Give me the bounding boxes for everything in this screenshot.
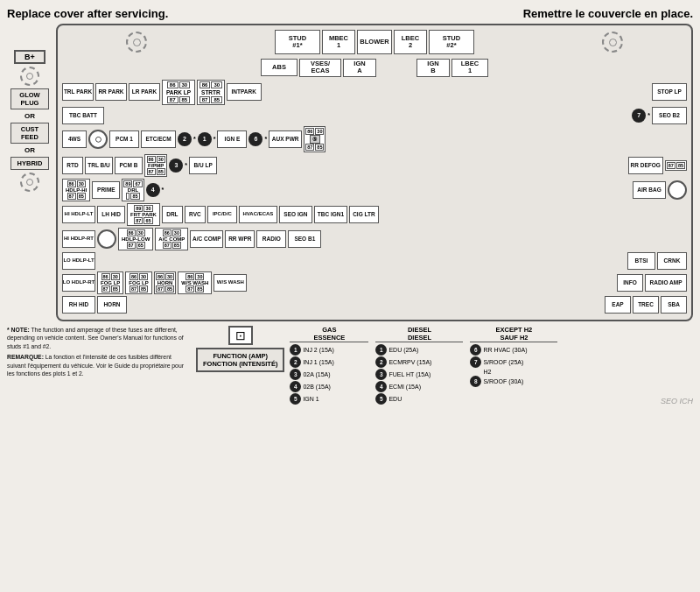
bplus-label: B+ xyxy=(14,50,46,64)
fuse-ac-comp: A/C COMP xyxy=(190,230,223,248)
fuse-hvac-ecas: HVAC/ECAS xyxy=(239,206,277,223)
fuse-horn-group: 86 30 HORN 87 85 xyxy=(154,271,177,294)
legend-diesel-title: DIESELDIESEL xyxy=(375,326,463,342)
top-connector-left xyxy=(126,32,147,53)
fuse-vses-ecas: VSES/ECAS xyxy=(299,59,341,77)
legend-gas-item-3: 3 02A (15A) xyxy=(290,369,368,380)
fuse-intpark: INTPARK xyxy=(227,83,262,101)
legend-diesel: DIESELDIESEL 1 EDU (25A) 2 ECMRPV (15A) … xyxy=(375,326,463,405)
star-6: * xyxy=(264,136,267,142)
legend-gas: GASESSENCE 1 INJ 2 (15A) 2 INJ 1 (15A) 3… xyxy=(290,326,368,405)
fuse-eap: EAP xyxy=(605,296,631,314)
legend-except-h2: EXCEPT H2SAUF H2 6 RR HVAC (30A) 7 S/ROO… xyxy=(470,326,557,388)
fuse-fog-lp-group2: 86 30 FOG LP 87 85 xyxy=(125,271,151,294)
fuse-bu-lp: B/U LP xyxy=(189,157,217,174)
fuse-fog-lp-group1: 86 30 FOG LP 87 85 xyxy=(97,271,123,294)
fuse-park-lp-group: 86 30 PARK LP 87 85 xyxy=(162,80,195,105)
fuse-small-group-2: 87 85 xyxy=(665,160,687,171)
star-note: * NOTE: The function and amperage of the… xyxy=(7,326,191,351)
fuse-air-bag: AIR BAG xyxy=(633,181,666,199)
fuse-ac-comp-group: 86 30 A/C COMP 87 85 xyxy=(155,228,188,250)
fuse-strtr-group: 86 30 STRTR 87 85 xyxy=(197,80,225,105)
notes-section: * NOTE: The function and amperage of the… xyxy=(7,326,191,378)
fuse-cig-ltr: CIG LTR xyxy=(349,206,379,223)
fuse-trl-bu: TRL B/U xyxy=(85,157,113,174)
fuse-lh-hid: LH HID xyxy=(97,206,125,223)
fuse-4ws: 4WS xyxy=(62,130,87,148)
fuse-ws-wash-group: 86 30 W/S WASH 87 85 xyxy=(178,271,212,294)
or2-label: OR xyxy=(24,146,35,154)
seo-ich-label: SEO ICH xyxy=(661,397,693,405)
fuse-trl-park: TRL PARK xyxy=(62,83,94,101)
legend-except-h2-label: H2 xyxy=(483,369,557,375)
fuse-tbc-ign1: TBC IGN1 xyxy=(314,206,347,223)
num-circle-6: 6 xyxy=(248,132,262,146)
fuse-pcm-b: PCM B xyxy=(115,157,143,174)
fuse-etc-ecm: ETC/ECM xyxy=(141,130,176,148)
star-1: * xyxy=(214,136,216,142)
fuse-ign-b: IGNB xyxy=(416,59,450,77)
remarque: REMARQUE: La fonction et l'intensité de … xyxy=(7,353,191,378)
fuse-rh-hid: RH HID xyxy=(62,296,95,314)
num-circle-4: 4 xyxy=(146,183,160,197)
fuse-lbec1: LBEC1 xyxy=(452,59,488,77)
legend-diesel-item-5: 5 EDU xyxy=(375,393,463,405)
fuse-small-group-1: 86 30 ⑤ 87 85 xyxy=(304,126,326,152)
fuse-hdlp-low-group: 86 30 HDLP-LOW 87 65 xyxy=(118,228,153,250)
legend-except-title: EXCEPT H2SAUF H2 xyxy=(470,326,557,342)
num-circle-7: 7 xyxy=(632,109,646,123)
legend-except-item-7: 7 S/ROOF (25A) xyxy=(470,356,557,368)
hybrid-box: HYBRID xyxy=(10,157,49,170)
fuse-pcm1: PCM 1 xyxy=(109,130,139,148)
fuse-lo-hdlp-rt: LO HDLP-RT xyxy=(62,274,95,292)
fuse-crnk: CRNK xyxy=(657,252,687,270)
fuse-frt-park-group: 89 30 FRT PARK 87 65 xyxy=(127,203,160,226)
fuse-stud1: STUD#1* xyxy=(275,30,320,54)
fuse-blower: BLOWER xyxy=(357,30,392,54)
or1-label: OR xyxy=(24,112,35,120)
left-connector-top xyxy=(20,67,39,86)
fuse-hi-hdlp-lt: HI HDLP-LT xyxy=(62,206,95,223)
fuse-lbec2: LBEC2 xyxy=(394,30,427,54)
legend-gas-item-5: 5 IGN 1 xyxy=(290,393,368,405)
fuse-rr-park: RR PARK xyxy=(95,83,127,101)
legend-diesel-item-3: 3 FUEL HT (15A) xyxy=(375,369,463,380)
function-label-box: FUNCTION (AMP) FONCTION (INTENSITÉ) xyxy=(196,348,284,372)
fuse-lr-park: LR PARK xyxy=(129,83,160,101)
num-circle-2: 2 xyxy=(178,132,192,146)
fuse-abs: ABS xyxy=(261,59,298,76)
fuse-lo-hdlp-lt: LO HDLP-LT xyxy=(62,252,95,270)
fuse-trec: TREC xyxy=(633,296,659,314)
header-right: Remettre le couvercle en place. xyxy=(523,7,693,20)
page: Replace cover after servicing. Remettre … xyxy=(0,0,700,592)
star-3: * xyxy=(185,162,187,168)
legend-except-item-6: 6 RR HVAC (30A) xyxy=(470,344,557,356)
fuse-hi-hdlp-rt: HI HDLP-RT xyxy=(62,230,95,248)
fuse-drl-group: 89 67 DRL 85 xyxy=(122,179,144,201)
fuse-rtd: RTD xyxy=(62,157,83,174)
fuse-sba: SBA xyxy=(661,296,687,314)
main-fuse-box: STUD#1* MBEC1 BLOWER LBEC2 STUD#2* ABS V… xyxy=(56,24,693,321)
fuse-rr-wpr: RR WPR xyxy=(225,230,255,248)
glow-plug-box: GLOWPLUG xyxy=(10,88,49,109)
star-4: * xyxy=(162,187,164,193)
num-circle-1: 1 xyxy=(198,132,212,146)
fuse-drl-b: DRL xyxy=(162,206,183,223)
fuse-radio-amp: RADIO AMP xyxy=(645,274,687,292)
legend-diesel-item-2: 2 ECMRPV (15A) xyxy=(375,356,463,368)
cust-feed-box: CUSTFEED xyxy=(10,123,49,144)
legend-diesel-item-4: 4 ECMI (15A) xyxy=(375,381,463,392)
legend-gas-item-4: 4 02B (15A) xyxy=(290,381,368,392)
left-side-labels: B+ GLOWPLUG OR CUSTFEED OR HYBRID xyxy=(7,24,52,192)
legend-gas-item-2: 2 INJ 1 (15A) xyxy=(290,356,368,368)
relay-circle-3 xyxy=(97,229,116,249)
fuse-prime: PRIME xyxy=(92,181,120,199)
fuse-ign-a: IGNA xyxy=(343,59,376,77)
fuse-rvc: RVC xyxy=(185,206,206,223)
fuse-diagram-icon: ⊡ xyxy=(228,326,253,345)
fuse-seo-b1: SEO B1 xyxy=(288,230,321,248)
fuse-radio: RADIO xyxy=(256,230,286,248)
star-7: * xyxy=(648,112,650,118)
fuse-5-label: ⑤ xyxy=(310,135,320,144)
fuse-rr-defog: RR DEFOG xyxy=(628,157,663,174)
